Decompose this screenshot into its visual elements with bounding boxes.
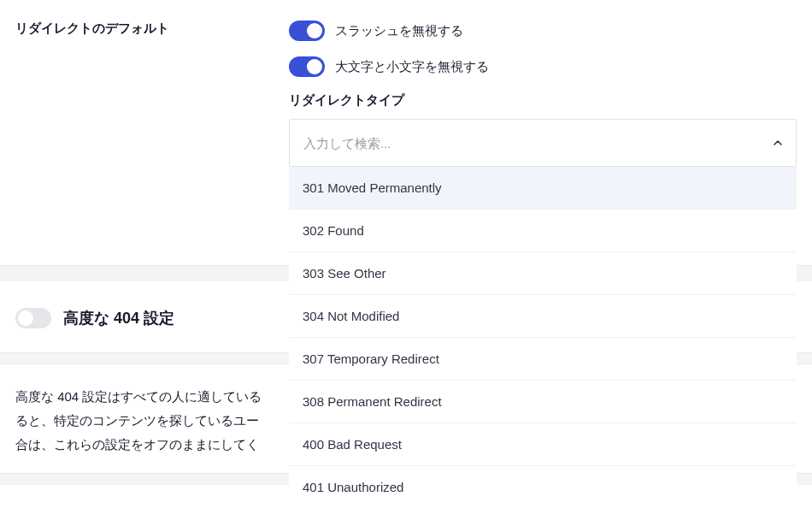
- ignore-case-label: 大文字と小文字を無視する: [335, 59, 489, 75]
- redirect-type-option[interactable]: 307 Temporary Redirect: [289, 338, 797, 381]
- redirect-type-option[interactable]: 308 Permanent Redirect: [289, 381, 797, 423]
- advanced-404-body-line2: ると、特定のコンテンツを探しているユー: [15, 409, 259, 433]
- redirect-type-options: 301 Moved Permanently 302 Found 303 See …: [289, 167, 797, 508]
- redirect-type-option[interactable]: 401 Unauthorized: [289, 466, 797, 508]
- redirect-type-label: リダイレクトタイプ: [289, 92, 797, 109]
- advanced-404-body-line1: 高度な 404 設定はすべての人に適している: [15, 385, 262, 409]
- redirect-type-dropdown[interactable]: 301 Moved Permanently 302 Found 303 See …: [289, 119, 797, 167]
- ignore-slash-toggle[interactable]: [289, 21, 325, 41]
- redirect-type-search-input[interactable]: [303, 136, 774, 151]
- toggle-knob: [307, 23, 322, 38]
- redirect-type-option[interactable]: 400 Bad Request: [289, 423, 797, 466]
- redirect-type-option[interactable]: 303 See Other: [289, 252, 797, 295]
- redirect-type-option[interactable]: 304 Not Modified: [289, 295, 797, 338]
- redirect-defaults-label: リダイレクトのデフォルト: [15, 21, 289, 37]
- advanced-404-title: 高度な 404 設定: [63, 308, 174, 328]
- chevron-up-icon: [774, 139, 782, 147]
- redirect-type-option[interactable]: 301 Moved Permanently: [289, 167, 797, 210]
- advanced-404-toggle[interactable]: [15, 308, 51, 328]
- toggle-knob: [18, 310, 33, 326]
- ignore-slash-label: スラッシュを無視する: [335, 23, 463, 39]
- redirect-type-option[interactable]: 302 Found: [289, 210, 797, 252]
- toggle-knob: [307, 59, 322, 74]
- ignore-case-toggle[interactable]: [289, 56, 325, 77]
- advanced-404-body-line3: 合は、これらの設定をオフのままにしてく: [15, 437, 259, 452]
